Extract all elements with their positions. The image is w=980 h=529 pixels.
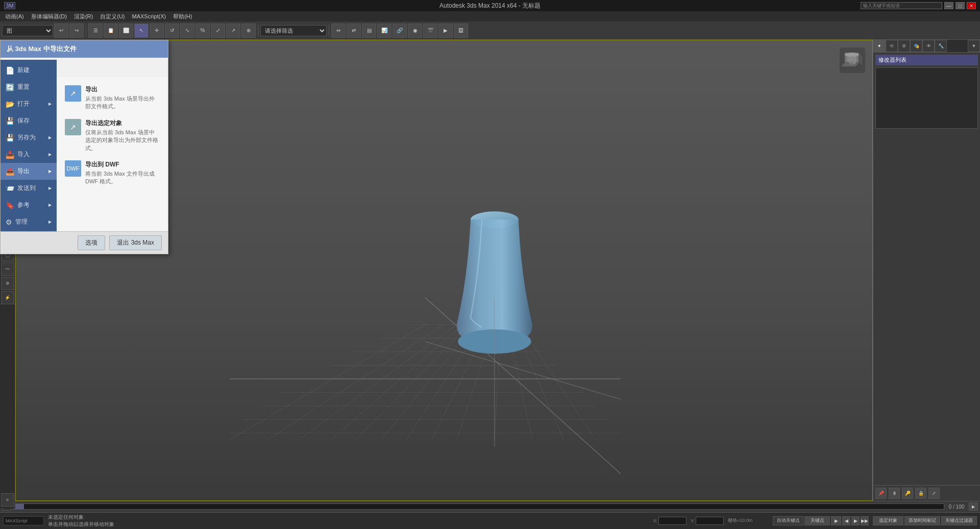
menu-left-new[interactable]: 📄 新建 (1, 62, 57, 79)
select-btn[interactable]: ↖ (134, 23, 149, 38)
coord-x-input[interactable] (658, 517, 687, 525)
timeline-thumb[interactable] (14, 504, 24, 509)
select-region-btn[interactable]: ⬜ (119, 23, 133, 38)
sidebar-particle-btn[interactable]: ✲ (1, 277, 14, 290)
timeline-expand-btn[interactable]: ▶ (969, 502, 978, 511)
nav-cube[interactable]: TOP (837, 45, 868, 76)
menu-left-reference[interactable]: 🔖 参考 ▶ (1, 197, 57, 213)
menu-left-manage-label: 管理 (15, 218, 28, 226)
menu-animation[interactable]: 动画(A) (2, 12, 27, 21)
menu-grapheditors[interactable]: 形体编辑器(D) (28, 12, 70, 21)
menu-rendering[interactable]: 渲染(R) (71, 12, 96, 21)
menu-maxscript[interactable]: MAXScript(X) (129, 12, 169, 20)
export-desc-1: 从当前 3ds Max 场景导出外部文件格式。 (85, 95, 160, 111)
menu-left-save-label: 保存 (17, 116, 30, 125)
tab-modify[interactable]: ⟲ (886, 40, 898, 52)
render-frame-btn[interactable]: 🖼 (454, 23, 468, 38)
add-key-label-btn[interactable]: 添加时间标记 (904, 516, 940, 525)
select-by-name-btn[interactable]: 📋 (104, 23, 118, 38)
track-btn[interactable]: 📊 (377, 23, 391, 38)
layer-btn[interactable]: ▤ (362, 23, 376, 38)
maxscript-label[interactable]: MAXScript (3, 516, 44, 525)
minimize-btn[interactable]: — (944, 2, 953, 9)
export-text-1: 导出 从当前 3ds Max 场景导出外部文件格式。 (85, 85, 160, 111)
right-panel: ✦ ⟲ ⚙ 🎭 👁 🔧 ▼ 修改器列表 📌 ⏸ 🔑 🔒 ⤢ (873, 40, 980, 501)
nav-cube-svg: TOP (837, 45, 868, 76)
menu-left-manage[interactable]: ⚙ 管理 ▶ (1, 213, 57, 230)
scale-btn[interactable]: ⤡ (180, 23, 194, 38)
status-bar: MAXScript 未选定任何对象 单击并拖动以选择并移动对象 X: Y: 栅格… (0, 513, 980, 529)
menu-left-saveas[interactable]: 💾 另存为 ▶ (1, 129, 57, 146)
menu-left-import[interactable]: 📥 导入 ▶ (1, 146, 57, 163)
next-frame-btn[interactable]: ▶ (851, 516, 860, 525)
tab-motion[interactable]: 🎭 (910, 40, 922, 52)
selection-filter-dropdown[interactable]: 请选择筛选 (260, 25, 327, 36)
material-btn[interactable]: ◉ (408, 23, 422, 38)
timeline-slider[interactable] (13, 503, 944, 510)
app-menu-footer: 选项 退出 3ds Max (1, 231, 168, 254)
pin-stack-btn[interactable]: 📌 (875, 488, 887, 499)
set-key-btn[interactable]: 关键点 (804, 516, 830, 525)
undo-btn[interactable]: ↩ (54, 23, 68, 38)
tab-create[interactable]: ✦ (873, 40, 886, 52)
redo-btn[interactable]: ↪ (69, 23, 84, 38)
separator-1 (86, 25, 86, 37)
import-arrow: ▶ (48, 152, 52, 157)
export-icon-1: ↗ (65, 85, 81, 102)
align-btn[interactable]: ⇌ (347, 23, 361, 38)
menu-left-sendto[interactable]: 📨 发送到 ▶ (1, 180, 57, 197)
close-btn[interactable]: ✕ (967, 2, 976, 9)
coord-y-input[interactable] (696, 517, 724, 525)
menu-left-open[interactable]: 📂 打开 ▶ (1, 95, 57, 112)
menu-left-reset-label: 重置 (17, 83, 30, 91)
app-icon-btn[interactable]: 3M (4, 2, 15, 9)
mirror-btn[interactable]: ⇔ (331, 23, 346, 38)
sidebar-dynamics-btn[interactable]: ⚡ (1, 291, 14, 304)
scale2-btn[interactable]: % (195, 23, 210, 38)
play-btn[interactable]: ▶ (831, 516, 841, 525)
selection-lock-btn[interactable]: 选定对象 (873, 516, 903, 525)
sidebar-track-btn[interactable]: ≡ (1, 493, 14, 507)
auto-key-btn[interactable]: 自动关键点 (773, 516, 803, 525)
sidebar-spline-btn[interactable]: 〜 (1, 262, 14, 276)
app-menu-header: 从 3ds Max 中导出文件 (1, 40, 168, 58)
export-title-3: 导出到 DWF (85, 160, 160, 169)
rotate-btn[interactable]: ↺ (165, 23, 179, 38)
menu-left-export[interactable]: 📤 导出 ▶ (1, 163, 57, 180)
export-item-1[interactable]: ↗ 导出 从当前 3ds Max 场景导出外部文件格式。 (61, 81, 164, 115)
manipulator-btn[interactable]: ⊕ (241, 23, 256, 38)
menu-customize[interactable]: 自定义(U) (97, 12, 128, 21)
select-obj-btn[interactable]: ☰ (88, 23, 103, 38)
search-box[interactable]: 输入关键字或短语 (861, 2, 942, 9)
render-btn[interactable]: ▶ (438, 23, 453, 38)
lock-sel-btn[interactable]: 🔒 (915, 488, 926, 499)
select4-btn[interactable]: ↗ (226, 23, 240, 38)
tab-utility[interactable]: 🔧 (935, 40, 947, 52)
export-item-3[interactable]: DWF 导出到 DWF 将当前 3ds Max 文件导出成 DWF 格式。 (61, 156, 164, 190)
move-btn[interactable]: ✛ (150, 23, 164, 38)
window-title: Autodesk 3ds Max 2014 x64 - 无标题 (439, 2, 541, 10)
modifier-list-area[interactable] (875, 67, 978, 129)
goto-end-btn[interactable]: ▶▶ (861, 516, 869, 525)
options-btn[interactable]: 选项 (78, 235, 105, 250)
tab-hierarchy[interactable]: ⚙ (898, 40, 910, 52)
play-anim-btn[interactable]: ⏸ (889, 488, 900, 499)
scale3-btn[interactable]: ⤢ (211, 23, 225, 38)
tab-color-btn[interactable]: ▼ (968, 40, 980, 52)
export-item-2[interactable]: ↗ 导出选定对象 仅将从当前 3ds Max 场景中选定的对象导出为外部文件格式… (61, 115, 164, 156)
render-setup-btn[interactable]: 🎬 (423, 23, 437, 38)
restore-btn[interactable]: □ (955, 2, 965, 9)
tab-display[interactable]: 👁 (922, 40, 935, 52)
right-panel-content: 修改器列表 (873, 53, 980, 485)
prev-frame-btn[interactable]: ◀ (842, 516, 850, 525)
expand-btn[interactable]: ⤢ (928, 488, 940, 499)
right-panel-tabs: ✦ ⟲ ⚙ 🎭 👁 🔧 ▼ (873, 40, 980, 53)
exit-btn[interactable]: 退出 3ds Max (109, 235, 162, 250)
menu-help[interactable]: 帮助(H) (170, 12, 195, 21)
schematic-btn[interactable]: 🔗 (393, 23, 407, 38)
key-mode-btn[interactable]: 🔑 (902, 488, 913, 499)
menu-left-save[interactable]: 💾 保存 (1, 112, 57, 129)
key-filter-btn[interactable]: 关键点过滤器 (941, 516, 977, 525)
view-dropdown[interactable]: 图 (2, 25, 53, 36)
menu-left-reset[interactable]: 🔄 重置 (1, 79, 57, 95)
